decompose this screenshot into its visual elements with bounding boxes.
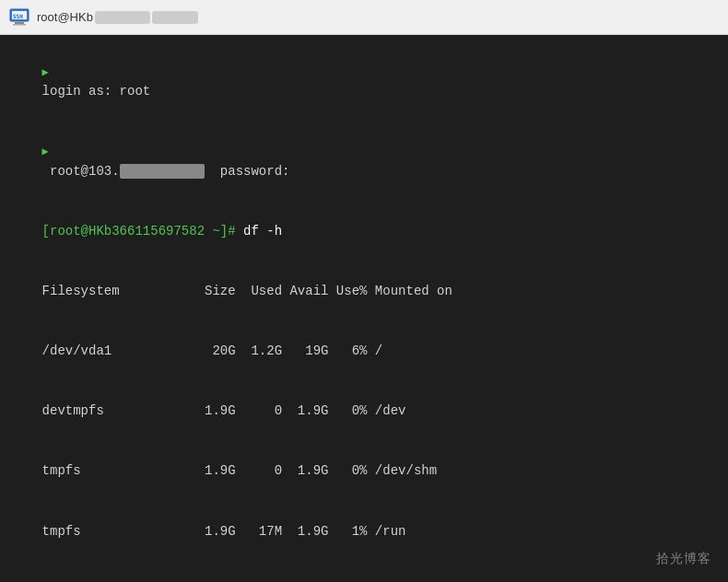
terminal-line-df-vda1: /dev/vda1 20G 1.2G 19G 6% /	[11, 322, 717, 382]
terminal-window[interactable]: ▶ login as: root ▶ root@103.200.1 passwo…	[0, 35, 728, 582]
title-bar-hostname: root@HKb	[37, 10, 93, 24]
svg-rect-1	[15, 22, 24, 24]
title-bar: SSH root@HKb	[0, 0, 728, 35]
terminal-line-df-tmpfs2: tmpfs 1.9G 17M 1.9G 1% /run	[11, 502, 717, 562]
terminal-line-login: ▶ login as: root	[11, 42, 717, 122]
terminal-line-df-header: Filesystem Size Used Avail Use% Mounted …	[11, 262, 717, 322]
svg-text:SSH: SSH	[13, 13, 23, 19]
terminal-line-password: ▶ root@103.200.1 password:	[11, 122, 717, 203]
title-bar-blur2	[152, 11, 198, 24]
app-icon: SSH	[9, 7, 29, 28]
terminal-line-df-tmpfs3: tmpfs 1.9G 0 1.9G 0% /sys/fs/cgroup	[11, 562, 717, 582]
watermark: 拾光博客	[656, 549, 711, 569]
terminal-line-df-devtmpfs: devtmpfs 1.9G 0 1.9G 0% /dev	[11, 382, 717, 442]
terminal-line-df-tmpfs1: tmpfs 1.9G 0 1.9G 0% /dev/shm	[11, 442, 717, 502]
title-bar-blur1	[95, 11, 150, 24]
svg-rect-2	[13, 24, 26, 26]
terminal-line-cmd-df: [root@HKb366115697582 ~]# df -h	[11, 203, 717, 262]
title-bar-text: root@HKb	[37, 10, 719, 25]
